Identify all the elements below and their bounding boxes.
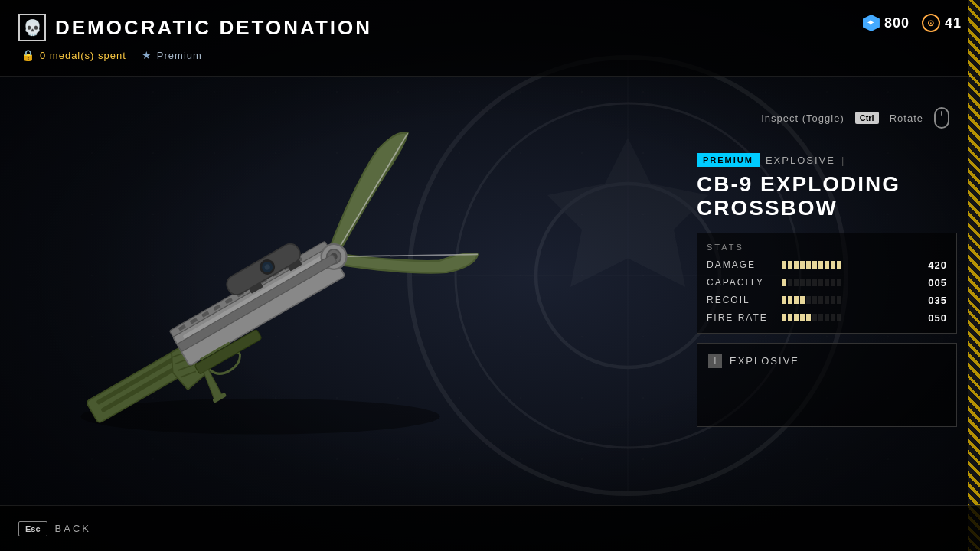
stat-pip: [837, 314, 841, 321]
stat-name: FIRE RATE: [707, 312, 776, 323]
premium-label: Premium: [157, 50, 202, 61]
weapon-name: CB-9 EXPLODING CROSSBOW: [697, 173, 957, 220]
mouse-icon: [934, 107, 949, 129]
weapon-type-tag: EXPLOSIVE: [766, 155, 835, 166]
premium-badge: ★ Premium: [142, 49, 202, 61]
header: 💀 DEMOCRATIC DETONATION 🔒 0 medal(s) spe…: [0, 0, 980, 77]
lock-icon: 🔒: [21, 49, 35, 61]
stat-pip: [788, 279, 792, 286]
stat-pip: [794, 279, 799, 286]
stat-name: DAMAGE: [707, 259, 776, 270]
stat-pip: [825, 261, 829, 269]
trait-icon: I: [708, 354, 722, 368]
stat-pip: [818, 296, 823, 304]
star-icon: ★: [142, 49, 152, 61]
stat-pip: [788, 261, 792, 269]
stat-value: 035: [924, 295, 947, 306]
svg-line-34: [299, 133, 443, 256]
traits-box: IEXPLOSIVE: [697, 343, 957, 427]
weapon-image: [0, 77, 521, 505]
stat-pip: [806, 314, 811, 321]
stat-bar: [782, 296, 918, 304]
page-title: DEMOCRATIC DETONATION: [55, 16, 372, 40]
stat-pip: [812, 261, 817, 269]
stat-pip: [788, 296, 792, 304]
stat-pip: [800, 261, 805, 269]
stat-pip: [818, 314, 823, 321]
stats-rows: DAMAGE420CAPACITY005RECOIL035FIRE RATE05…: [707, 259, 947, 324]
sc-amount: 41: [945, 15, 962, 31]
svg-point-5: [81, 399, 440, 435]
sc-currency-icon: ⊙: [922, 14, 940, 32]
bottom-bar: Esc BACK: [0, 505, 980, 551]
inspect-label: Inspect (Toggle): [761, 112, 844, 124]
stat-value: 050: [924, 312, 947, 324]
stat-value: 005: [924, 277, 947, 289]
inspect-controls: Inspect (Toggle) Ctrl Rotate: [761, 107, 949, 129]
sc-currency: ⊙ 41: [922, 14, 962, 32]
stat-pip: [825, 296, 829, 304]
stat-pip: [794, 314, 799, 321]
medals-amount: 800: [884, 15, 910, 31]
stat-pip: [782, 314, 786, 321]
medals-currency: ✦ 800: [863, 15, 910, 31]
back-label: BACK: [55, 523, 91, 534]
stat-pip: [806, 279, 811, 286]
stat-name: CAPACITY: [707, 277, 776, 288]
rotate-label: Rotate: [890, 112, 923, 124]
back-key: Esc: [18, 521, 47, 536]
back-button[interactable]: Esc BACK: [18, 521, 91, 536]
stat-pip: [837, 261, 841, 269]
stat-row: DAMAGE420: [707, 259, 947, 271]
stat-pip: [831, 279, 835, 286]
stat-name: RECOIL: [707, 295, 776, 305]
stat-row: FIRE RATE050: [707, 312, 947, 324]
stat-pip: [818, 279, 823, 286]
stat-row: RECOIL035: [707, 295, 947, 306]
skull-icon: 💀: [18, 14, 46, 41]
header-left: 💀 DEMOCRATIC DETONATION 🔒 0 medal(s) spe…: [18, 14, 372, 61]
stats-box: STATS DAMAGE420CAPACITY005RECOIL035FIRE …: [697, 233, 957, 334]
stat-value: 420: [924, 259, 947, 271]
stat-pip: [837, 279, 841, 286]
stat-pip: [837, 296, 841, 304]
stat-pip: [831, 261, 835, 269]
stat-pip: [794, 296, 799, 304]
stat-pip: [794, 261, 799, 269]
stat-pip: [782, 261, 786, 269]
stat-pip: [788, 314, 792, 321]
medals-label: 0 medal(s) spent: [40, 50, 126, 61]
trait-item: IEXPLOSIVE: [708, 354, 946, 368]
stat-pip: [812, 296, 817, 304]
stat-pip: [800, 296, 805, 304]
currency-display: ✦ 800 ⊙ 41: [863, 14, 962, 32]
tag-separator: |: [841, 155, 844, 166]
stat-bar: [782, 261, 918, 269]
stat-pip: [800, 314, 805, 321]
stat-pip: [825, 279, 829, 286]
stat-row: CAPACITY005: [707, 277, 947, 289]
title-row: 💀 DEMOCRATIC DETONATION: [18, 14, 372, 41]
medals-currency-icon: ✦: [863, 15, 880, 31]
stat-pip: [806, 261, 811, 269]
weapon-info-panel: PREMIUM EXPLOSIVE | CB-9 EXPLODING CROSS…: [697, 153, 957, 427]
stat-pip: [806, 296, 811, 304]
stat-bar: [782, 279, 918, 286]
stat-pip: [818, 261, 823, 269]
stat-pip: [782, 296, 786, 304]
premium-tag: PREMIUM: [697, 153, 760, 167]
stat-pip: [782, 279, 786, 286]
stat-pip: [812, 314, 817, 321]
stat-pip: [812, 279, 817, 286]
stat-pip: [831, 296, 835, 304]
stats-label: STATS: [707, 243, 947, 252]
medals-badge: 🔒 0 medal(s) spent: [21, 49, 126, 61]
traits-list: IEXPLOSIVE: [708, 354, 946, 368]
stat-pip: [800, 279, 805, 286]
stat-pip: [825, 314, 829, 321]
mouse-scroll-indicator: [941, 111, 942, 116]
header-badges: 🔒 0 medal(s) spent ★ Premium: [18, 49, 372, 61]
stat-pip: [831, 314, 835, 321]
inspect-key: Ctrl: [855, 112, 879, 124]
right-stripe: [968, 0, 980, 551]
